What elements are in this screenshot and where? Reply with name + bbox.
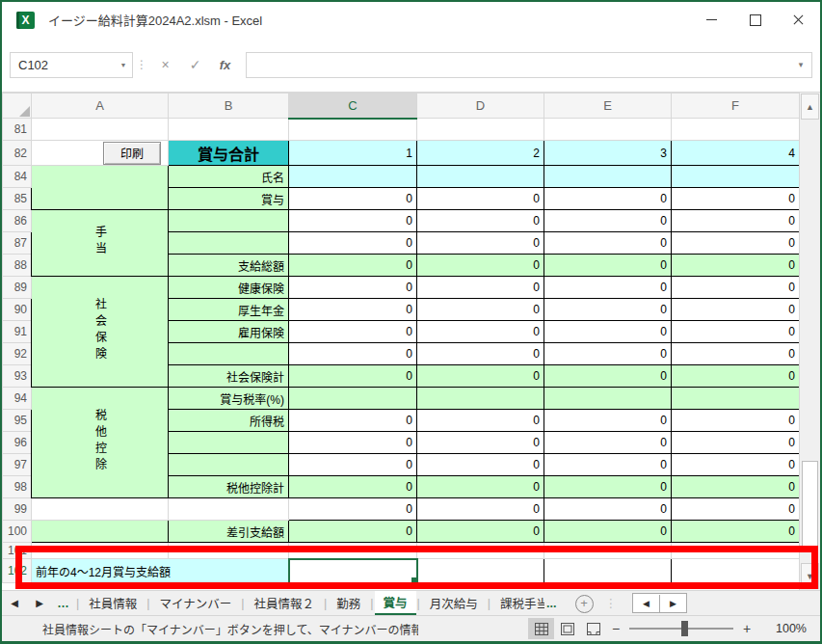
cell-B82[interactable]: 賞与合計 [169,141,289,166]
row-header-95[interactable]: 95 [3,410,32,432]
print-button[interactable]: 印刷 [103,142,161,165]
row-header-97[interactable]: 97 [3,454,32,476]
cell-A99[interactable] [32,498,169,521]
vertical-scrollbar[interactable]: ▲ ▼ [799,93,820,590]
cell-D93[interactable]: 0 [417,365,544,388]
formula-input[interactable]: ▾ [246,52,812,78]
cell-D87[interactable]: 0 [417,232,544,255]
row-header-86[interactable]: 86 [3,210,32,232]
sheet-tab-勤務[interactable]: 勤務 [328,591,369,615]
cell-C85[interactable]: 0 [289,188,417,210]
cell-E87[interactable]: 0 [544,232,672,255]
column-header-F[interactable]: F [672,94,800,119]
scroll-down-button[interactable]: ▼ [801,563,819,589]
cell-F98[interactable]: 0 [672,476,800,498]
cell-E99[interactable]: 0 [544,498,672,521]
cell-E97[interactable]: 0 [544,454,672,476]
vertical-scrollbar-thumb[interactable] [802,461,818,550]
cell-D102[interactable] [417,559,544,583]
cell-C98[interactable]: 0 [289,476,417,498]
cell-C84[interactable] [289,166,417,188]
cell-B88[interactable]: 支給総額 [169,255,289,277]
cell-D82[interactable]: 2 [417,141,544,166]
cell-E94[interactable] [544,388,672,410]
row-header-81[interactable]: 81 [3,119,32,141]
cell-E95[interactable]: 0 [544,410,672,432]
cell-F100[interactable]: 0 [672,521,800,543]
cell-E84[interactable] [544,166,672,188]
cell-F91[interactable]: 0 [672,321,800,343]
cell-D101[interactable] [417,543,544,559]
cell-B81[interactable] [169,119,289,141]
name-box-dropdown-icon[interactable]: ▼ [115,53,132,77]
cell-D92[interactable]: 0 [417,343,544,365]
cell-C87[interactable]: 0 [289,232,417,255]
cell-A101[interactable] [32,543,169,559]
row-header-96[interactable]: 96 [3,432,32,454]
cell-A89[interactable]: 社会保険 [32,277,169,388]
cell-E93[interactable]: 0 [544,365,672,388]
sheet-tab-マイナンバー[interactable]: マイナンバー [151,591,241,615]
cell-F93[interactable]: 0 [672,365,800,388]
cell-F101[interactable] [672,543,800,559]
zoom-slider[interactable] [629,628,733,630]
row-header-102[interactable]: 102 [3,559,32,583]
tab-mini-scroll-right[interactable]: ▶ [659,595,686,612]
cell-D98[interactable]: 0 [417,476,544,498]
normal-view-button[interactable] [528,618,554,639]
insert-function-button[interactable]: fx [210,52,240,78]
maximize-button[interactable] [733,2,777,38]
cell-B100[interactable]: 差引支給額 [169,521,289,543]
cell-C88[interactable]: 0 [289,255,417,277]
zoom-out-button[interactable]: − [606,621,625,636]
tab-scroll-left-button[interactable]: ◀ [2,591,27,615]
sheet-tab-賞与[interactable]: 賞与 [375,591,416,615]
column-header-A[interactable]: A [32,94,169,119]
cell-E81[interactable] [544,119,672,141]
cell-C86[interactable]: 0 [289,210,417,232]
zoom-in-button[interactable]: + [737,621,756,636]
row-header-91[interactable]: 91 [3,321,32,343]
sheet-tab-月次給与[interactable]: 月次給与 [421,591,487,615]
cell-B99[interactable] [169,498,289,521]
cell-E88[interactable]: 0 [544,255,672,277]
row-header-98[interactable]: 98 [3,476,32,498]
cell-F85[interactable]: 0 [672,188,800,210]
cell-C92[interactable]: 0 [289,343,417,365]
cell-A82[interactable]: 印刷 [32,141,169,166]
cell-F92[interactable]: 0 [672,343,800,365]
cell-B84[interactable]: 氏名 [169,166,289,188]
cell-C91[interactable]: 0 [289,321,417,343]
cell-C97[interactable]: 0 [289,454,417,476]
cell-B97[interactable] [169,454,289,476]
cell-F84[interactable] [672,166,800,188]
row-header-92[interactable]: 92 [3,343,32,365]
cell-F102[interactable] [672,559,800,583]
minimize-button[interactable] [690,2,733,38]
cell-D97[interactable]: 0 [417,454,544,476]
more-sheets-ellipsis[interactable]: … [52,591,75,615]
row-header-88[interactable]: 88 [3,255,32,277]
enter-button[interactable]: ✓ [180,52,210,78]
cell-B101[interactable] [169,543,289,559]
cell-B86[interactable] [169,210,289,232]
row-header-84[interactable]: 84 [3,166,32,188]
cell-E100[interactable]: 0 [544,521,672,543]
cell-E90[interactable]: 0 [544,299,672,321]
cell-C94[interactable] [289,388,417,410]
cell-B90[interactable]: 厚生年金 [169,299,289,321]
cell-D85[interactable]: 0 [417,188,544,210]
cell-D86[interactable]: 0 [417,210,544,232]
row-header-85[interactable]: 85 [3,188,32,210]
cell-B93[interactable]: 社会保険計 [169,365,289,388]
cell-B85[interactable]: 賞与 [169,188,289,210]
page-layout-view-button[interactable] [554,618,580,639]
sheet-tab-社員情報２[interactable]: 社員情報２ [246,591,324,615]
cell-F81[interactable] [672,119,800,141]
cell-A84[interactable] [32,166,169,210]
cell-F86[interactable]: 0 [672,210,800,232]
row-header-82[interactable]: 82 [3,141,32,166]
cell-F96[interactable]: 0 [672,432,800,454]
cell-A102[interactable]: 前年の4〜12月賞与支給額 [32,559,289,583]
tab-mini-scroll-left[interactable]: ◀ [633,595,659,612]
